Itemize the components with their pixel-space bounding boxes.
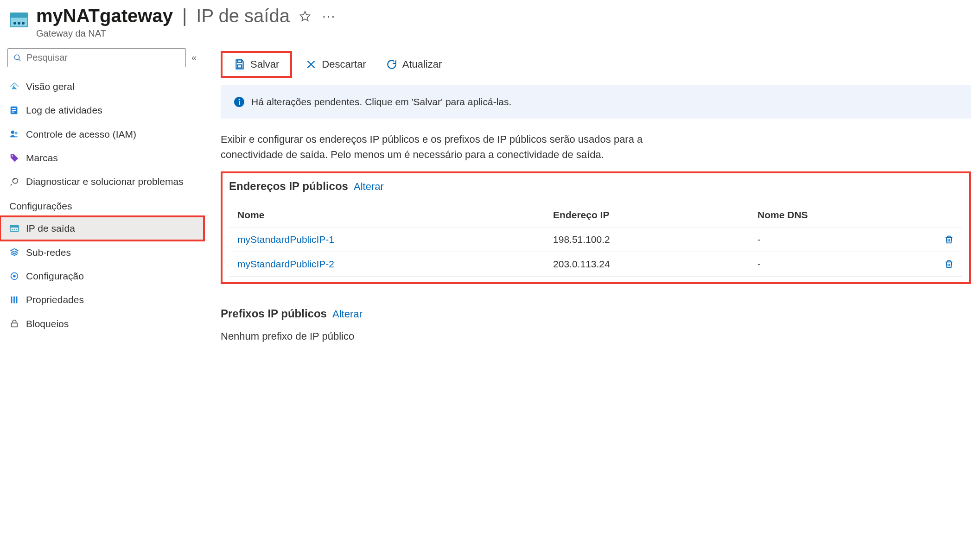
svg-point-2 (13, 22, 16, 25)
prefixes-empty: Nenhum prefixo de IP público (221, 330, 964, 342)
table-row: myStandardPublicIP-1 198.51.100.2 - (229, 228, 962, 252)
sidebar-search-input[interactable] (26, 52, 180, 63)
pending-changes-banner: Há alterações pendentes. Clique em 'Salv… (221, 85, 971, 119)
save-highlight-box: Salvar (221, 51, 292, 78)
activity-log-icon (9, 105, 19, 115)
properties-icon (9, 295, 19, 305)
outbound-ip-icon (9, 223, 19, 234)
public-ips-title: Endereços IP públicos (229, 180, 348, 193)
more-menu-icon[interactable]: ··· (322, 9, 336, 24)
tags-icon (9, 153, 19, 163)
nav-outbound-ip[interactable]: IP de saída (0, 216, 204, 240)
sidebar-search-box[interactable] (7, 48, 186, 67)
nav-outbound-ip-label: IP de saída (26, 222, 75, 234)
refresh-icon (386, 58, 398, 70)
iam-icon (9, 129, 19, 139)
banner-text: Há alterações pendentes. Clique em 'Salv… (251, 96, 511, 108)
main-content: Salvar Descartar Atualizar (204, 48, 980, 383)
title-separator: | (182, 6, 187, 26)
page-title-row: myNATgateway | IP de saída ··· (36, 6, 336, 26)
nav-iam[interactable]: Controle de acesso (IAM) (0, 122, 204, 146)
svg-point-31 (239, 99, 240, 101)
svg-rect-8 (12, 108, 16, 109)
public-ips-change-link[interactable]: Alterar (354, 181, 384, 193)
nav-activity-log-label: Log de atividades (26, 104, 102, 116)
nav-configuration-label: Configuração (26, 270, 84, 282)
svg-point-3 (18, 22, 20, 25)
svg-point-12 (15, 132, 18, 134)
prefixes-section: Prefixos IP públicos Alterar Nenhum pref… (221, 301, 971, 348)
save-label: Salvar (250, 58, 279, 70)
svg-point-13 (12, 155, 13, 157)
info-icon (234, 96, 245, 108)
ip-address: 198.51.100.2 (545, 228, 749, 252)
nav-diagnose[interactable]: Diagnosticar e solucionar problemas (0, 170, 204, 193)
resource-name: myNATgateway (36, 6, 173, 26)
nav-subnets-label: Sub-redes (26, 246, 71, 259)
nav-activity-log[interactable]: Log de atividades (0, 98, 204, 122)
svg-rect-9 (12, 110, 16, 111)
save-icon (234, 58, 246, 70)
svg-point-11 (11, 131, 14, 134)
lock-icon (9, 318, 19, 329)
nav-subnets[interactable]: Sub-redes (0, 240, 204, 264)
nav-tags-label: Marcas (26, 152, 58, 164)
discard-label: Descartar (322, 58, 366, 70)
nav-properties[interactable]: Propriedades (0, 288, 204, 311)
nav-locks[interactable]: Bloqueios (0, 312, 204, 335)
nav-locks-label: Bloqueios (26, 317, 69, 330)
svg-rect-23 (16, 297, 18, 304)
svg-point-16 (12, 229, 13, 231)
discard-button[interactable]: Descartar (299, 55, 372, 74)
search-icon (13, 54, 22, 62)
save-button[interactable]: Salvar (227, 55, 286, 74)
svg-rect-30 (239, 101, 240, 105)
favorite-star-icon[interactable] (299, 10, 311, 22)
prefixes-change-link[interactable]: Alterar (332, 308, 363, 320)
svg-rect-15 (10, 226, 19, 228)
page-header: myNATgateway | IP de saída ··· Gateway d… (0, 0, 980, 48)
svg-point-4 (22, 22, 25, 25)
svg-rect-24 (12, 323, 18, 327)
prefixes-title: Prefixos IP públicos (221, 307, 327, 320)
ip-address: 203.0.113.24 (545, 252, 749, 277)
col-ip: Endereço IP (545, 203, 749, 228)
nav-tags[interactable]: Marcas (0, 146, 204, 170)
svg-rect-10 (12, 112, 15, 113)
svg-rect-1 (10, 13, 28, 18)
ip-dns: - (749, 228, 935, 252)
nav-iam-label: Controle de acesso (IAM) (26, 128, 136, 140)
refresh-label: Atualizar (402, 58, 442, 70)
public-ips-section: Endereços IP públicos Alterar Nome Ender… (221, 171, 971, 284)
subnets-icon (9, 247, 19, 257)
configuration-icon (9, 271, 19, 281)
toolbar: Salvar Descartar Atualizar (221, 48, 971, 83)
ip-dns: - (749, 252, 935, 277)
diagnose-icon (9, 177, 19, 187)
collapse-sidebar-icon[interactable]: « (191, 52, 197, 63)
nav-configuration[interactable]: Configuração (0, 264, 204, 288)
svg-rect-21 (11, 297, 13, 304)
nav-diagnose-label: Diagnosticar e solucionar problemas (26, 175, 184, 188)
page-description: Exibir e configurar os endereços IP públ… (221, 132, 675, 162)
overview-icon (9, 82, 19, 92)
nat-gateway-icon (9, 10, 29, 30)
nav-group-settings: Configurações (0, 193, 204, 216)
nav-overview[interactable]: Visão geral (0, 75, 204, 98)
resource-type: Gateway da NAT (36, 28, 336, 39)
svg-line-6 (19, 59, 20, 61)
nav-properties-label: Propriedades (26, 293, 84, 306)
sidebar: « Visão geral Log de atividades Control (0, 48, 204, 345)
svg-point-18 (16, 229, 17, 231)
ip-name-link[interactable]: myStandardPublicIP-2 (237, 259, 334, 269)
refresh-button[interactable]: Atualizar (379, 55, 449, 74)
ip-name-link[interactable]: myStandardPublicIP-1 (237, 234, 334, 245)
svg-point-20 (13, 275, 16, 278)
svg-rect-22 (13, 297, 15, 304)
delete-icon[interactable] (944, 234, 954, 245)
nav-overview-label: Visão geral (26, 80, 75, 93)
table-row: myStandardPublicIP-2 203.0.113.24 - (229, 252, 962, 277)
discard-icon (305, 58, 317, 70)
svg-point-17 (14, 229, 15, 231)
delete-icon[interactable] (944, 259, 954, 269)
